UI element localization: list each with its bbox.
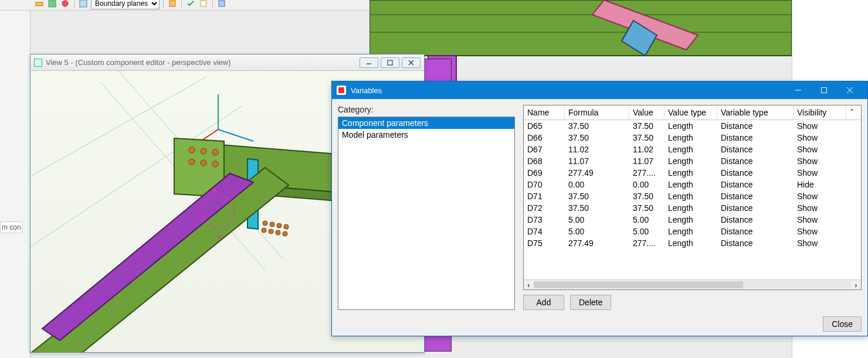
view5-window-icon (34, 59, 42, 67)
cell-variable-type: Distance (717, 120, 794, 132)
table-row[interactable]: D7237.5037.50LengthDistanceShow (524, 202, 861, 214)
cell-visibility: Hide (794, 179, 846, 190)
dialog-maximize-button[interactable] (811, 81, 837, 99)
scroll-thumb[interactable] (534, 281, 743, 288)
cell-variable-type: Distance (717, 214, 794, 226)
cell-value: 37.50 (629, 202, 664, 214)
cell-variable-type: Distance (717, 144, 794, 155)
cell-visibility: Show (794, 237, 846, 249)
cell-value-type: Length (664, 214, 717, 226)
col-name[interactable]: Name (524, 105, 565, 120)
cell-value-type: Length (664, 155, 717, 167)
table-body[interactable]: D6537.5037.50LengthDistanceShowD6637.503… (524, 120, 861, 279)
close-button[interactable]: Close (823, 316, 862, 332)
view5-title-text: View 5 - (Custom component editor - pers… (46, 58, 231, 67)
horizontal-scrollbar[interactable]: ‹ › (524, 279, 861, 289)
toolbar-icon[interactable] (185, 0, 196, 9)
cell-value-type: Length (664, 190, 717, 202)
cell-visibility: Show (794, 226, 846, 237)
cell-formula: 277.49 (565, 237, 629, 249)
category-item[interactable]: Model parameters (338, 129, 514, 141)
scroll-right-icon[interactable]: › (851, 280, 861, 290)
dialog-minimize-button[interactable] (785, 81, 811, 99)
table-row[interactable]: D75277.49277....LengthDistanceShow (524, 237, 861, 249)
cell-formula: 5.00 (565, 214, 629, 226)
cell-value: 5.00 (629, 214, 664, 226)
svg-rect-1 (49, 0, 56, 7)
cell-value-type: Length (664, 144, 717, 155)
toolbar-icon[interactable] (78, 0, 89, 9)
table-row[interactable]: D7137.5037.50LengthDistanceShow (524, 190, 861, 202)
toolbar-icon[interactable] (34, 0, 45, 9)
table-row[interactable]: D69277.49277....LengthDistanceShow (524, 167, 861, 179)
table-row[interactable]: D700.000.00LengthDistanceHide (524, 179, 861, 190)
cell-variable-type: Distance (717, 155, 794, 167)
col-formula[interactable]: Formula (565, 105, 629, 120)
table-row[interactable]: D745.005.00LengthDistanceShow (524, 226, 861, 237)
svg-rect-3 (80, 0, 87, 7)
variables-title-text: Variables (351, 86, 382, 95)
close-button[interactable] (402, 57, 421, 68)
toolbar-icon[interactable] (216, 0, 227, 9)
toolbar-icon[interactable] (47, 0, 57, 9)
cell-value: 37.50 (629, 120, 664, 132)
svg-point-42 (276, 230, 280, 235)
table-header: Name Formula Value Value type Variable t… (524, 105, 861, 120)
minimize-button[interactable] (360, 57, 378, 68)
cell-variable-type: Distance (717, 237, 794, 249)
table-row[interactable]: D735.005.00LengthDistanceShow (524, 214, 861, 226)
col-value[interactable]: Value (629, 105, 664, 120)
toolbar-icon[interactable] (198, 0, 209, 9)
cell-name: D67 (524, 144, 565, 155)
col-variable-type[interactable]: Variable type (717, 105, 794, 120)
toolbar-icon[interactable] (167, 0, 178, 9)
boundary-select[interactable]: Boundary planes (91, 0, 160, 9)
scroll-left-icon[interactable]: ‹ (524, 280, 534, 290)
cell-value: 37.50 (629, 190, 664, 202)
cell-value-type: Length (664, 167, 717, 179)
svg-rect-5 (201, 1, 206, 6)
svg-line-22 (218, 129, 253, 141)
cell-value: 5.00 (629, 226, 664, 237)
variables-dialog: Variables Category: Component parameters… (331, 81, 868, 336)
table-row[interactable]: D6537.5037.50LengthDistanceShow (524, 120, 861, 132)
col-visibility[interactable]: Visibility (794, 105, 846, 120)
cell-variable-type: Distance (717, 226, 794, 237)
cell-visibility: Show (794, 214, 846, 226)
table-row[interactable]: D6811.0711.07LengthDistanceShow (524, 155, 861, 167)
svg-point-28 (201, 148, 206, 154)
table-row[interactable]: D6637.5037.50LengthDistanceShow (524, 132, 861, 144)
category-label: Category: (338, 105, 515, 114)
maximize-button[interactable] (381, 57, 399, 68)
scroll-track[interactable] (534, 281, 851, 288)
view5-titlebar[interactable]: View 5 - (Custom component editor - pers… (30, 54, 424, 71)
add-button[interactable]: Add (523, 295, 564, 310)
cell-variable-type: Distance (717, 132, 794, 144)
variables-titlebar[interactable]: Variables (332, 81, 867, 99)
svg-point-40 (262, 228, 266, 233)
category-list[interactable]: Component parametersModel parameters (338, 117, 515, 310)
cell-name: D73 (524, 214, 565, 226)
cell-formula: 37.50 (565, 132, 629, 144)
col-value-type[interactable]: Value type (664, 105, 717, 120)
cell-value-type: Length (664, 132, 717, 144)
svg-point-37 (270, 222, 274, 227)
svg-marker-35 (42, 173, 253, 340)
toolbar-icon[interactable] (60, 0, 70, 9)
toolbar-separator (181, 0, 182, 9)
svg-point-41 (269, 229, 273, 234)
cell-name: D68 (524, 155, 565, 167)
cell-formula: 11.07 (565, 155, 629, 167)
cell-formula: 11.02 (565, 144, 629, 155)
scroll-up-icon[interactable]: ˄ (846, 105, 857, 120)
cell-variable-type: Distance (717, 190, 794, 202)
cell-variable-type: Distance (717, 202, 794, 214)
table-row[interactable]: D6711.0211.02LengthDistanceShow (524, 144, 861, 155)
svg-rect-6 (219, 1, 225, 6)
delete-button[interactable]: Delete (570, 295, 611, 310)
category-item[interactable]: Component parameters (338, 117, 514, 129)
svg-point-2 (62, 1, 68, 6)
cell-formula: 0.00 (565, 179, 629, 190)
cell-name: D70 (524, 179, 565, 190)
dialog-close-button[interactable] (837, 81, 863, 99)
